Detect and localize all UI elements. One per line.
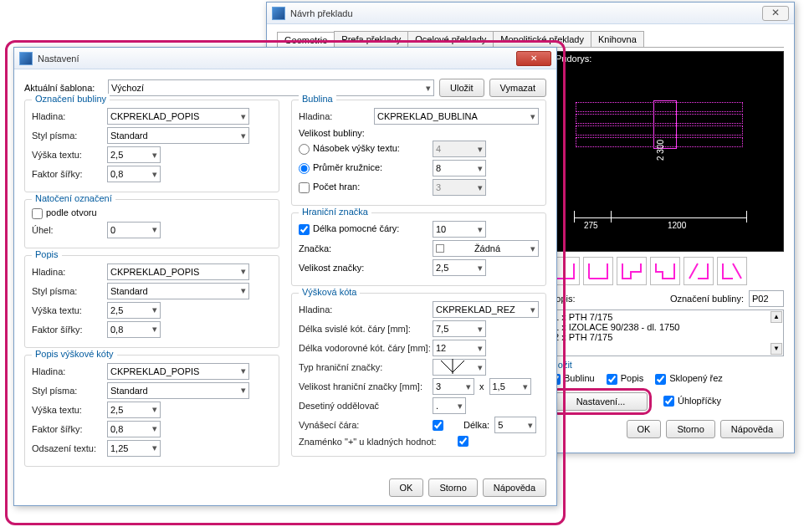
ozn-vyska[interactable]: 2,5 <box>107 146 161 163</box>
tab-geometrie[interactable]: Geometrie <box>277 32 335 48</box>
pvk-faktor[interactable]: 0,8 <box>107 421 161 437</box>
highlight-nastaveni: Nastavení... <box>550 388 652 415</box>
tab-ocelove[interactable]: Ocelové překlady <box>407 31 494 47</box>
list-item: 1 x PTH 7/175 <box>554 312 780 322</box>
parent-storno-button[interactable]: Storno <box>666 420 714 438</box>
vk-dsv[interactable]: 7,5 <box>433 320 486 337</box>
chk-uhlo[interactable]: Úhlopříčky <box>663 396 721 407</box>
shape-5[interactable] <box>684 257 714 285</box>
dim-height: 2 300 <box>656 140 665 161</box>
tab-knihovna[interactable]: Knihovna <box>591 31 644 47</box>
shape-3[interactable] <box>617 257 647 285</box>
ozn-label: Označení bubliny: <box>670 294 744 304</box>
popis-hladina[interactable]: CKPREKLAD_POPIS <box>107 263 249 280</box>
arrow-down-icon <box>436 359 474 376</box>
r-nasobek[interactable]: Násobek výšky textu: <box>299 143 433 155</box>
pvk-hladina[interactable]: CKPREKLAD_POPIS <box>107 363 249 380</box>
vk-vhz-a[interactable]: 3 <box>433 378 474 395</box>
popis-label: Popis: <box>550 294 670 304</box>
chk-vyn[interactable] <box>433 420 443 431</box>
group-vk: Výšková kóta Hladina:CKPREKLAD_REZ Délka… <box>291 293 546 457</box>
bub-nasobek: 4 <box>433 141 486 157</box>
shape-4[interactable] <box>650 257 680 285</box>
chk-plus[interactable] <box>458 436 469 447</box>
shape-6[interactable] <box>717 257 747 285</box>
group-natoceni: Natočení označení podle otvoru Úhel:0 <box>24 199 279 248</box>
pvk-odsaz[interactable]: 1,25 <box>107 440 161 457</box>
parent-title: Návrh překladu <box>290 8 762 18</box>
group-bublina: Bublina Hladina:CKPREKLAD_BUBLINA Veliko… <box>291 100 546 206</box>
nastaveni-button[interactable]: Nastavení... <box>554 392 648 411</box>
dlg-napoveda-button[interactable]: Nápověda <box>483 478 546 497</box>
ulozit-button[interactable]: Uložit <box>439 79 484 97</box>
vk-vyn-delka[interactable]: 5 <box>494 417 536 433</box>
ozn-faktor[interactable]: 0,8 <box>107 166 161 182</box>
vk-hladina[interactable]: CKPREKLAD_REZ <box>433 301 539 318</box>
bub-prumer[interactable]: 8 <box>433 160 486 176</box>
vk-vhz-b[interactable]: 1,5 <box>489 378 531 395</box>
group-oznaceni: Označení bubliny Hladina:CKPREKLAD_POPIS… <box>24 100 279 192</box>
velikost-label: Velikost bubliny: <box>299 128 539 138</box>
popis-vyska[interactable]: 2,5 <box>107 302 161 319</box>
group-popis: Popis Hladina:CKPREKLAD_POPIS Styl písma… <box>24 255 279 348</box>
tabstrip: Geometrie Prefa překlady Ocelové překlad… <box>277 31 784 48</box>
chk-popis[interactable]: Popis <box>607 373 644 385</box>
app-icon <box>272 7 285 20</box>
chk-hran[interactable]: Počet hran: <box>299 182 433 193</box>
hz-delka[interactable]: 10 <box>433 221 486 238</box>
hz-velz[interactable]: 2,5 <box>433 259 486 276</box>
ozn-styl[interactable]: Standard <box>107 127 249 144</box>
group-hz: Hraniční značka Délka pomocné čáry:10 Zn… <box>291 212 546 286</box>
template-label: Aktuální šablona: <box>24 83 108 93</box>
group-pvk: Popis výškové kóty Hladina:CKPREKLAD_POP… <box>24 355 279 467</box>
template-combo[interactable]: Výchozí <box>108 79 434 96</box>
r-prumer[interactable]: Průměr kružnice: <box>299 162 433 174</box>
dlg-ok-button[interactable]: OK <box>389 478 424 497</box>
popis-styl[interactable]: Standard <box>107 283 249 299</box>
shape-row <box>550 257 784 285</box>
parent-napoveda-button[interactable]: Nápověda <box>720 420 784 438</box>
dim-right: 1200 <box>668 221 686 230</box>
ozn-hladina[interactable]: CKPREKLAD_POPIS <box>107 108 249 125</box>
pvk-vyska[interactable]: 2,5 <box>107 402 161 418</box>
dlg-body: Aktuální šablona: Výchozí Uložit Vymazat… <box>14 69 556 505</box>
close-icon[interactable]: ✕ <box>516 51 551 66</box>
tab-monoliticke[interactable]: Monolitické překlady <box>493 31 591 47</box>
chk-delka-pom[interactable]: Délka pomocné čáry: <box>299 223 433 235</box>
dlg-storno-button[interactable]: Storno <box>428 478 477 497</box>
settings-dialog: Nastavení ✕ Aktuální šablona: Výchozí Ul… <box>13 47 557 506</box>
ozn-value[interactable] <box>749 290 784 307</box>
vk-dodd[interactable]: . <box>433 397 466 414</box>
pvk-styl[interactable]: Standard <box>107 382 249 399</box>
preview-canvas: Půdorys: 2 300 275 1200 <box>550 51 784 252</box>
list-item: 2 x PTH 7/175 <box>554 332 780 342</box>
vlozit-label: Vložit <box>550 360 784 370</box>
app-icon <box>19 52 33 65</box>
uhel-combo[interactable]: 0 <box>107 222 161 238</box>
tab-prefa[interactable]: Prefa překlady <box>334 31 408 47</box>
hz-znacka[interactable]: Žádná <box>433 240 539 257</box>
scroll-down-icon[interactable]: ▼ <box>771 343 782 355</box>
vk-thz[interactable] <box>433 359 486 376</box>
dlg-titlebar: Nastavení ✕ <box>14 48 556 69</box>
parent-titlebar: Návrh překladu ✕ <box>267 3 794 24</box>
bub-hran: 3 <box>433 179 486 196</box>
list-item: 1 x IZOLACE 90/238 - dl. 1750 <box>554 322 780 332</box>
vk-dvod[interactable]: 12 <box>433 340 486 356</box>
bub-hladina[interactable]: CKPREKLAD_BUBLINA <box>374 108 539 125</box>
close-icon[interactable]: ✕ <box>762 6 789 21</box>
chk-rez[interactable]: Sklopený řez <box>655 373 723 385</box>
popis-list[interactable]: 1 x PTH 7/175 1 x IZOLACE 90/238 - dl. 1… <box>550 309 784 356</box>
preview-label: Půdorys: <box>556 54 591 64</box>
dlg-title: Nastavení <box>38 54 516 64</box>
popis-faktor[interactable]: 0,8 <box>107 321 161 338</box>
dim-left: 275 <box>584 221 598 230</box>
scroll-up-icon[interactable]: ▲ <box>771 311 782 323</box>
chk-podle[interactable]: podle otvoru <box>32 207 97 219</box>
vymazat-button[interactable]: Vymazat <box>489 79 546 97</box>
parent-ok-button[interactable]: OK <box>627 420 662 438</box>
shape-2[interactable] <box>583 257 613 285</box>
